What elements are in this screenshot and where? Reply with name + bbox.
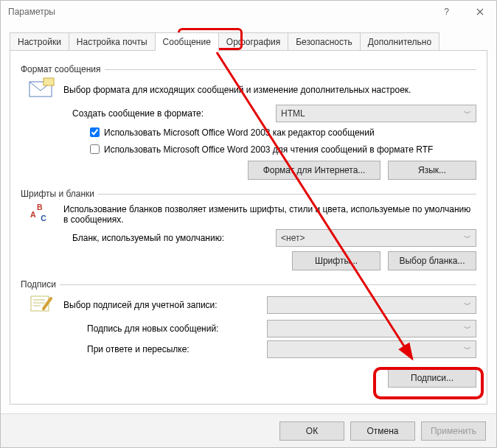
fonts-icon: A C B (29, 202, 55, 226)
tab-security[interactable]: Безопасность (288, 32, 361, 51)
btn-choose-blank[interactable]: Выбор бланка... (388, 251, 476, 270)
sig-account-select[interactable]: ﹀ (267, 296, 476, 314)
legend-signatures: Подписи (21, 279, 60, 290)
tab-content: Формат сообщения Выбор формата для исход… (10, 50, 487, 405)
svg-text:A: A (30, 210, 36, 219)
btn-signatures[interactable]: Подписи... (388, 368, 476, 388)
tab-message[interactable]: Сообщение (155, 32, 219, 51)
legend-format: Формат сообщения (21, 64, 105, 74)
format-desc: Выбор формата для исходящих сообщений и … (63, 85, 476, 95)
sig-new-select[interactable]: ﹀ (267, 320, 476, 337)
btn-ok[interactable]: ОК (279, 421, 344, 441)
sig-reply-select[interactable]: ﹀ (267, 340, 476, 358)
tab-advanced[interactable]: Дополнительно (360, 32, 439, 51)
close-button[interactable] (463, 1, 496, 23)
btn-internet-format[interactable]: Формат для Интернета... (248, 161, 380, 180)
legend-fonts: Шрифты и бланки (21, 189, 98, 199)
format-label: Создать сообщение в формате: (72, 108, 276, 119)
svg-rect-1 (44, 78, 54, 85)
envelope-icon (29, 77, 55, 102)
window-title: Параметры (8, 7, 55, 17)
options-dialog: Параметры ? Настройки Настройка почты Со… (0, 0, 497, 448)
chevron-down-icon: ﹀ (464, 108, 471, 119)
group-fonts: Шрифты и бланки A C B Использование блан… (21, 189, 476, 270)
chevron-down-icon: ﹀ (464, 233, 471, 243)
btn-language[interactable]: Язык... (388, 161, 476, 180)
blank-select[interactable]: <нет> ﹀ (276, 229, 476, 247)
tab-spelling[interactable]: Орфография (218, 32, 288, 51)
btn-fonts[interactable]: Шрифты... (292, 251, 380, 270)
checkbox-word-reader[interactable]: Использовать Microsoft Office Word 2003 … (87, 142, 433, 156)
chevron-down-icon: ﹀ (464, 344, 471, 354)
chevron-down-icon: ﹀ (464, 300, 471, 310)
sig-desc: Выбор подписей для учетной записи: (63, 300, 267, 310)
tab-mail-setup[interactable]: Настройка почты (69, 32, 156, 51)
fonts-desc: Использование бланков позволяет изменить… (63, 204, 476, 225)
group-signatures: Подписи Выбор подписей для учетной запис… (21, 279, 476, 388)
btn-apply[interactable]: Применить (421, 421, 486, 441)
svg-text:C: C (41, 214, 46, 223)
btn-cancel[interactable]: Отмена (350, 421, 415, 441)
chevron-down-icon: ﹀ (464, 323, 471, 334)
group-message-format: Формат сообщения Выбор формата для исход… (21, 64, 476, 180)
svg-text:B: B (37, 203, 43, 211)
tabs: Настройки Настройка почты Сообщение Орфо… (1, 23, 496, 50)
dialog-footer: ОК Отмена Применить (1, 413, 496, 447)
titlebar: Параметры ? (1, 1, 496, 23)
tab-settings[interactable]: Настройки (10, 32, 69, 51)
blank-label: Бланк, используемый по умолчанию: (72, 233, 276, 243)
sig-new-label: Подпись для новых сообщений: (87, 323, 267, 334)
checkbox-word-editor[interactable]: Использовать Microsoft Office Word 2003 … (87, 125, 375, 139)
help-button[interactable]: ? (430, 1, 463, 23)
signature-icon (29, 293, 55, 317)
sig-reply-label: При ответе и пересылке: (87, 344, 267, 354)
format-select[interactable]: HTML ﹀ (276, 105, 476, 122)
